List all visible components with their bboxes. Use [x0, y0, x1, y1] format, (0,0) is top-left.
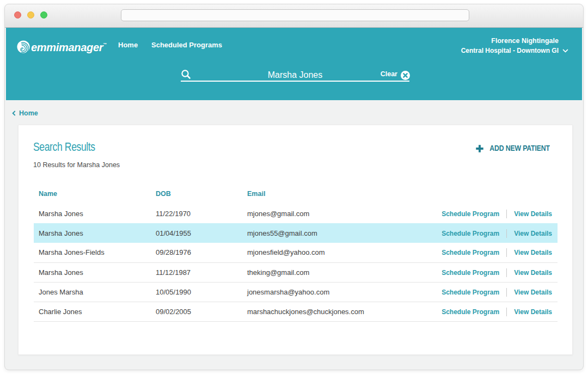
svg-text:e: e [20, 45, 23, 53]
